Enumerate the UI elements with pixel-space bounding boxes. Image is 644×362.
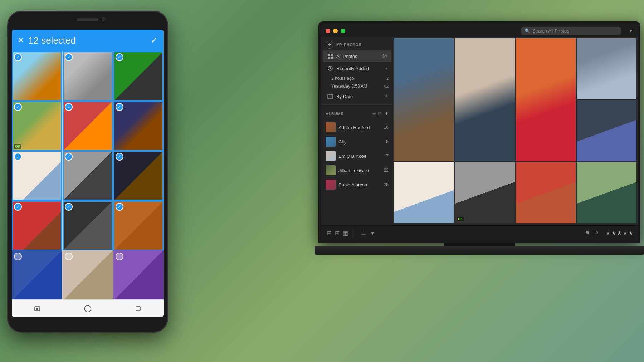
photo-cell[interactable] xyxy=(12,250,62,299)
star-3[interactable]: ★ xyxy=(617,230,622,236)
back-nav-button[interactable] xyxy=(32,303,43,314)
main-photo-grid: OK xyxy=(393,37,638,225)
laptop-screen: 🔍 Search All Photos ▼ + MY PHOTOS xyxy=(321,24,638,240)
sub-item-count: 2 xyxy=(386,76,389,80)
photo-cell[interactable]: ✓ xyxy=(63,201,113,251)
sidebar-item-all-photos[interactable]: All Photos 84 xyxy=(323,50,391,62)
mosaic-view-icon[interactable]: ⊟ xyxy=(326,229,332,238)
album-item-jillian-lukiwski[interactable]: Jillian Lukiwski 22 xyxy=(321,163,393,177)
home-nav-button[interactable] xyxy=(82,303,93,314)
search-placeholder: Search All Photos xyxy=(532,28,569,34)
laptop-screen-bezel: 🔍 Search All Photos ▼ + MY PHOTOS xyxy=(318,21,640,243)
grid-photo[interactable] xyxy=(394,162,454,223)
sidebar-item-recently-added[interactable]: Recently Added ▾ xyxy=(323,63,391,74)
grid-photo[interactable]: OK xyxy=(455,162,514,223)
album-name: Emily Blincoe xyxy=(338,153,381,159)
selection-badge xyxy=(116,253,123,260)
grid-photo[interactable] xyxy=(577,100,636,161)
sort-arrow-icon[interactable]: ▾ xyxy=(370,229,375,238)
close-window-button[interactable] xyxy=(326,29,330,33)
photo-cell[interactable] xyxy=(63,250,113,299)
confirm-check-icon[interactable]: ✓ xyxy=(151,35,158,45)
add-photos-button[interactable]: + xyxy=(326,41,333,49)
recently-added-arrow: ▾ xyxy=(385,67,387,70)
grid-photo[interactable] xyxy=(577,162,636,223)
minimize-window-button[interactable] xyxy=(333,29,338,33)
selection-badge: ✓ xyxy=(116,53,123,61)
photo-cell[interactable]: ✓ xyxy=(113,51,164,101)
album-count: 18 xyxy=(384,125,389,130)
phone-photo-grid: ✓ ✓ ✓ ✓ OK ✓ xyxy=(12,51,164,299)
album-name: Pablo Alarcon xyxy=(338,182,381,187)
star-2[interactable]: ★ xyxy=(611,230,616,236)
my-photos-section-header: + MY PHOTOS xyxy=(321,37,393,50)
grid-photo[interactable] xyxy=(455,38,514,161)
laptop-device: 🔍 Search All Photos ▼ + MY PHOTOS xyxy=(315,21,644,336)
album-thumbnail xyxy=(326,137,336,147)
star-4[interactable]: ★ xyxy=(623,230,628,236)
star-1[interactable]: ★ xyxy=(605,230,610,236)
svg-rect-5 xyxy=(331,54,333,56)
grid-photo[interactable] xyxy=(577,38,636,99)
album-thumbnail xyxy=(326,122,336,132)
selection-badge xyxy=(65,253,73,260)
all-photos-count: 84 xyxy=(382,54,387,59)
albums-view-toggle[interactable]: ☰ ⊞ xyxy=(372,111,382,116)
photo-cell[interactable]: ✓ xyxy=(63,51,113,101)
selected-count-label: 12 selected xyxy=(28,35,76,46)
by-date-count: 4 xyxy=(385,94,387,99)
star-rating[interactable]: ★ ★ ★ ★ ★ xyxy=(605,230,633,236)
photo-cell[interactable]: ✓ OK xyxy=(12,101,62,151)
album-item-adrien-radford[interactable]: Adrien Radford 18 xyxy=(321,120,393,134)
photo-cell[interactable]: ✓ xyxy=(63,151,113,201)
close-icon[interactable]: ✕ xyxy=(18,36,24,45)
album-item-pablo-alarcon[interactable]: Pablo Alarcon 25 xyxy=(321,177,393,192)
grid-photo[interactable] xyxy=(516,38,576,161)
photo-cell[interactable]: ✓ xyxy=(12,201,62,251)
sort-icon[interactable]: ☰ xyxy=(360,229,367,238)
phone-navigation-bar xyxy=(12,299,164,317)
phone-speaker xyxy=(77,18,98,21)
selection-badge: ✓ xyxy=(116,203,123,211)
star-5[interactable]: ★ xyxy=(628,230,633,236)
album-thumbnail xyxy=(326,165,336,175)
svg-rect-9 xyxy=(328,94,333,99)
add-album-button[interactable]: + xyxy=(385,110,389,117)
svg-rect-7 xyxy=(331,57,333,59)
columns-view-icon[interactable]: ▦ xyxy=(342,229,350,238)
photo-cell[interactable]: ✓ xyxy=(113,151,164,201)
album-item-emily-blincoe[interactable]: Emily Blincoe 17 xyxy=(321,149,393,163)
grid-photo[interactable] xyxy=(394,38,454,161)
sub-item-2-hours-ago[interactable]: 2 hours ago 2 xyxy=(321,74,393,82)
recent-apps-button[interactable] xyxy=(133,303,143,314)
photo-cell[interactable]: ✓ xyxy=(12,151,62,201)
svg-rect-6 xyxy=(328,57,330,59)
sidebar-divider xyxy=(321,104,393,105)
album-name: Jillian Lukiwski xyxy=(338,168,381,173)
maximize-window-button[interactable] xyxy=(341,29,345,33)
photo-cell[interactable] xyxy=(113,250,164,299)
sub-item-label: 2 hours ago xyxy=(331,76,384,81)
svg-point-2 xyxy=(84,305,91,312)
flag-empty-icon[interactable]: ⚐ xyxy=(592,229,600,238)
sub-item-yesterday[interactable]: Yesterday 8:53 AM 82 xyxy=(321,82,393,90)
grid-photo[interactable] xyxy=(516,162,576,223)
recently-added-icon xyxy=(327,65,333,72)
album-item-city[interactable]: City 5 xyxy=(321,134,393,149)
photo-cell[interactable]: ✓ xyxy=(12,51,62,101)
grid-view-icon[interactable]: ⊞ xyxy=(334,229,341,238)
flag-icons-group: ⚑ ⚐ xyxy=(584,229,600,238)
photo-cell[interactable]: ✓ xyxy=(113,201,164,251)
sidebar-item-by-date[interactable]: By Date 4 xyxy=(323,90,391,102)
filter-icon[interactable]: ▼ xyxy=(628,28,633,34)
laptop-titlebar: 🔍 Search All Photos ▼ xyxy=(321,24,638,37)
list-view-icon[interactable]: ☰ xyxy=(372,111,376,116)
album-thumbnail xyxy=(326,180,336,190)
flag-filled-icon[interactable]: ⚑ xyxy=(584,229,591,238)
grid-view-icon[interactable]: ⊞ xyxy=(378,111,382,116)
phone-screen: ✕ 12 selected ✓ ✓ ✓ ✓ xyxy=(12,30,164,317)
photo-cell[interactable]: ✓ xyxy=(63,101,113,151)
search-bar[interactable]: 🔍 Search All Photos xyxy=(521,27,621,35)
album-name: Adrien Radford xyxy=(338,125,381,130)
photo-cell[interactable]: ✓ xyxy=(113,101,164,151)
